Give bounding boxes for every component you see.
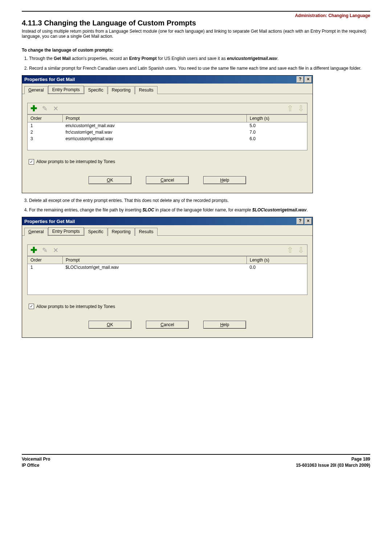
col-length[interactable]: Length (s): [247, 256, 307, 264]
ok-button[interactable]: OK: [89, 176, 131, 184]
tab-entry-prompts[interactable]: Entry Prompts: [48, 86, 84, 94]
step-2: Record a similar prompt for French Canad…: [29, 65, 370, 72]
intro-paragraph: Instead of using multiple return points …: [22, 29, 370, 39]
page-footer: Voicemail Pro IP Office Page 189 15-6010…: [22, 454, 370, 469]
tab-general[interactable]: General: [24, 86, 48, 94]
prompt-table: Order Prompt Length (s) 1 $LOC\custom\ge…: [27, 256, 307, 295]
table-row[interactable]: 1 $LOC\custom\get_mail.wav 0.0: [28, 264, 307, 271]
move-down-icon: ⇩: [297, 105, 305, 113]
table-row[interactable]: 3 esm\custom\getmail.wav 6.0: [28, 135, 307, 142]
move-down-icon: ⇩: [297, 246, 305, 254]
delete-icon: ✕: [52, 105, 60, 113]
dialog-title: Properties for Get Mail: [24, 219, 75, 224]
procedure-heading: To change the language of custom prompts…: [22, 48, 370, 53]
add-icon[interactable]: ✚: [30, 105, 38, 113]
edit-icon: ✎: [41, 105, 49, 113]
step-1: Through the Get Mail action's properties…: [29, 56, 370, 62]
step-3: Delete all except one of the entry promp…: [29, 198, 370, 204]
col-length[interactable]: Length (s): [247, 114, 307, 122]
add-icon[interactable]: ✚: [30, 246, 38, 254]
footer-page: Page 189: [296, 456, 370, 462]
col-order[interactable]: Order: [28, 114, 63, 122]
cancel-button[interactable]: Cancel: [146, 321, 189, 329]
tab-general[interactable]: General: [24, 228, 48, 236]
tab-results[interactable]: Results: [135, 228, 158, 236]
close-icon[interactable]: ×: [305, 76, 312, 83]
titlebar: Properties for Get Mail ? ×: [22, 76, 313, 84]
toolbar: ✚ ✎ ✕ ⇧ ⇩: [27, 103, 307, 114]
cancel-button[interactable]: Cancel: [146, 176, 189, 184]
tab-strip: General Entry Prompts Specific Reporting…: [22, 84, 313, 94]
checkbox-label: Allow prompts to be interrupted by Tones: [36, 159, 115, 164]
footer-issue: 15-601063 Issue 20l (03 March 2009): [296, 462, 370, 469]
allow-interrupt-checkbox[interactable]: ✓: [29, 304, 34, 309]
delete-icon: ✕: [52, 246, 60, 254]
col-prompt[interactable]: Prompt: [63, 114, 247, 122]
tab-results[interactable]: Results: [135, 86, 158, 94]
table-row[interactable]: 1 enu\custom\get_mail.wav 5.0: [28, 122, 307, 129]
tab-entry-prompts[interactable]: Entry Prompts: [48, 227, 84, 235]
footer-platform: IP Office: [22, 462, 50, 469]
tab-reporting[interactable]: Reporting: [108, 228, 135, 236]
toolbar: ✚ ✎ ✕ ⇧ ⇩: [27, 244, 307, 256]
footer-product: Voicemail Pro: [22, 456, 50, 462]
help-icon[interactable]: ?: [297, 76, 304, 83]
ok-button[interactable]: OK: [89, 321, 131, 329]
tab-specific[interactable]: Specific: [84, 86, 107, 94]
help-icon[interactable]: ?: [297, 218, 304, 224]
col-prompt[interactable]: Prompt: [63, 256, 247, 264]
col-order[interactable]: Order: [28, 256, 63, 264]
move-up-icon: ⇧: [286, 246, 294, 254]
table-row[interactable]: 2 frc\custom\get_mail.wav 7.0: [28, 129, 307, 135]
properties-dialog-1: Properties for Get Mail ? × General Entr…: [22, 75, 313, 193]
move-up-icon: ⇧: [286, 105, 294, 113]
allow-interrupt-checkbox[interactable]: ✓: [29, 159, 34, 165]
dialog-title: Properties for Get Mail: [24, 77, 75, 82]
tab-reporting[interactable]: Reporting: [108, 86, 135, 94]
titlebar: Properties for Get Mail ? ×: [22, 217, 313, 225]
help-button[interactable]: Help: [203, 321, 246, 329]
tab-specific[interactable]: Specific: [84, 228, 107, 236]
step-4: For the remaining entries, change the fi…: [29, 207, 370, 213]
help-button[interactable]: Help: [203, 176, 246, 184]
tab-strip: General Entry Prompts Specific Reporting…: [22, 225, 313, 235]
properties-dialog-2: Properties for Get Mail ? × General Entr…: [22, 217, 313, 338]
breadcrumb: Administration: Changing Language: [22, 13, 370, 18]
close-icon[interactable]: ×: [305, 218, 312, 224]
section-heading: 4.11.3 Changing the Language of Custom P…: [22, 19, 370, 27]
edit-icon: ✎: [41, 246, 49, 254]
checkbox-label: Allow prompts to be interrupted by Tones: [36, 304, 115, 309]
prompt-table: Order Prompt Length (s) 1 enu\custom\get…: [27, 114, 307, 150]
